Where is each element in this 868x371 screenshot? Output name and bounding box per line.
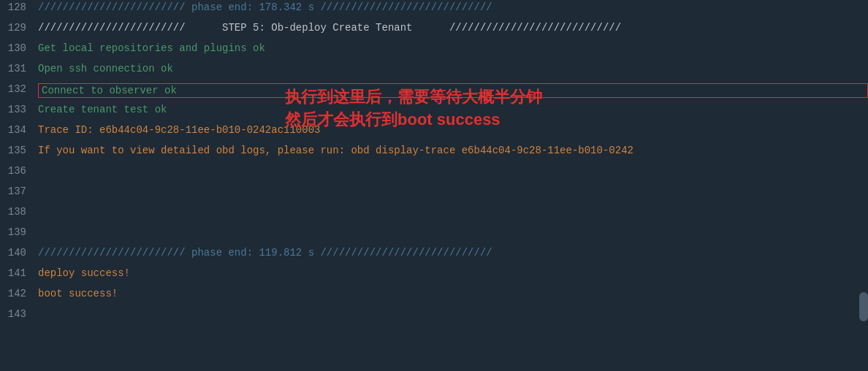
line-number: 135 bbox=[0, 145, 38, 156]
terminal-line-143: 143 bbox=[0, 307, 868, 327]
line-number: 142 bbox=[0, 288, 38, 299]
line-content: Trace ID: e6b44c04-9c28-11ee-b010-0242ac… bbox=[38, 124, 868, 136]
line-number: 137 bbox=[0, 186, 38, 197]
terminal-line-140: 140 //////////////////////// phase end: … bbox=[0, 245, 868, 266]
line-number: 128 bbox=[0, 1, 38, 13]
line-content: Create tenant test ok bbox=[38, 104, 868, 115]
terminal-line-128: 128 //////////////////////// phase end: … bbox=[0, 0, 868, 20]
terminal-line-138: 138 bbox=[0, 204, 868, 225]
line-content: //////////////////////// phase end: 119.… bbox=[38, 247, 868, 259]
terminal-line-131: 131 Open ssh connection ok bbox=[0, 61, 868, 82]
terminal-window: 128 //////////////////////// phase end: … bbox=[0, 0, 868, 371]
line-number: 134 bbox=[0, 124, 38, 136]
line-content: deploy success! bbox=[38, 267, 868, 279]
line-number: 140 bbox=[0, 247, 38, 259]
line-number: 136 bbox=[0, 165, 38, 177]
line-content-boxed: Connect to observer ok bbox=[38, 83, 868, 98]
line-number: 129 bbox=[0, 22, 38, 34]
line-number: 132 bbox=[0, 83, 38, 95]
terminal-line-139: 139 bbox=[0, 225, 868, 245]
line-content: Open ssh connection ok bbox=[38, 63, 868, 74]
line-number: 131 bbox=[0, 63, 38, 74]
line-content: boot success! bbox=[38, 288, 868, 299]
terminal-line-135: 135 If you want to view detailed obd log… bbox=[0, 143, 868, 164]
scroll-indicator[interactable] bbox=[859, 292, 868, 321]
terminal-line-142: 142 boot success! bbox=[0, 286, 868, 307]
terminal-line-137: 137 bbox=[0, 184, 868, 204]
line-number: 138 bbox=[0, 206, 38, 218]
line-content: If you want to view detailed obd logs, p… bbox=[38, 145, 868, 156]
line-content: Get local repositories and plugins ok bbox=[38, 42, 868, 54]
terminal-line-130: 130 Get local repositories and plugins o… bbox=[0, 41, 868, 61]
line-number: 143 bbox=[0, 308, 38, 320]
terminal-line-129: 129 //////////////////////// STEP 5: Ob-… bbox=[0, 20, 868, 41]
terminal-line-141: 141 deploy success! bbox=[0, 266, 868, 286]
line-number: 133 bbox=[0, 104, 38, 115]
line-number: 141 bbox=[0, 267, 38, 279]
line-number: 130 bbox=[0, 42, 38, 54]
terminal-line-136: 136 bbox=[0, 164, 868, 184]
terminal-line-132: 132 Connect to observer ok bbox=[0, 82, 868, 102]
terminal-line-133: 133 Create tenant test ok bbox=[0, 102, 868, 123]
line-content: //////////////////////// phase end: 178.… bbox=[38, 1, 868, 13]
terminal-line-134: 134 Trace ID: e6b44c04-9c28-11ee-b010-02… bbox=[0, 123, 868, 143]
line-content: //////////////////////// STEP 5: Ob-depl… bbox=[38, 22, 868, 34]
line-number: 139 bbox=[0, 226, 38, 238]
